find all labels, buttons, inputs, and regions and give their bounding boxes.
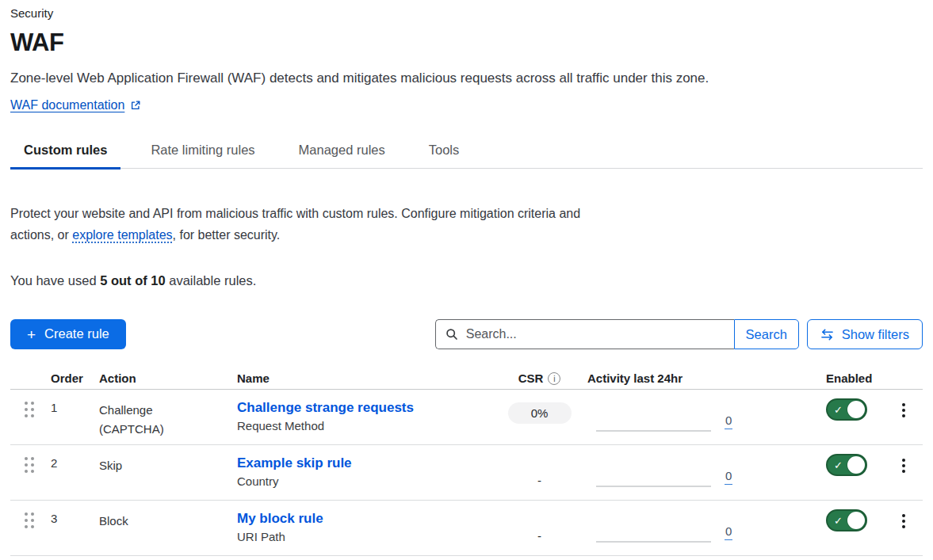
drag-handle-icon[interactable]: [25, 457, 34, 473]
table-row: 1 Challenge (CAPTCHA) Challenge strange …: [10, 390, 923, 445]
search-button[interactable]: Search: [734, 319, 799, 349]
tab-rate-limiting-rules[interactable]: Rate limiting rules: [137, 143, 268, 168]
header-name: Name: [237, 371, 491, 385]
toggle-knob: [847, 401, 865, 418]
breadcrumb-security: Security: [10, 6, 923, 21]
explore-templates-link[interactable]: explore templates: [72, 228, 172, 242]
activity-sparkline: [596, 513, 711, 543]
tab-tools[interactable]: Tools: [415, 143, 473, 168]
tab-bar: Custom rules Rate limiting rules Managed…: [10, 143, 923, 169]
table-row: 2 Skip Example skip rule Country - 0 ✓: [10, 445, 923, 501]
rule-action: Challenge (CAPTCHA): [99, 390, 194, 439]
header-enabled: Enabled: [801, 371, 884, 385]
usage-line: You have used 5 out of 10 available rule…: [10, 272, 923, 289]
csr-value: -: [537, 456, 541, 487]
external-link-icon: [130, 100, 141, 111]
header-csr-label: CSR: [518, 371, 544, 385]
enabled-toggle[interactable]: ✓: [826, 509, 867, 531]
tab-managed-rules[interactable]: Managed rules: [285, 143, 399, 168]
rule-order: 2: [51, 445, 99, 470]
check-icon: ✓: [834, 460, 843, 470]
activity-count-link[interactable]: 0: [725, 524, 732, 540]
drag-handle-icon[interactable]: [25, 512, 34, 528]
show-filters-button[interactable]: Show filters: [807, 319, 923, 349]
rule-match-field: Request Method: [237, 419, 491, 432]
page-title: WAF: [10, 29, 923, 57]
doc-link-row: WAF documentation: [10, 97, 923, 113]
usage-count: 5 out of 10: [100, 273, 166, 288]
rule-action: Block: [99, 501, 194, 531]
kebab-menu-icon[interactable]: [900, 512, 907, 530]
plus-icon: +: [27, 327, 36, 342]
csr-value: -: [537, 512, 541, 543]
rule-name-link[interactable]: Challenge strange requests: [237, 398, 414, 417]
waf-documentation-link[interactable]: WAF documentation: [10, 97, 124, 113]
header-csr: CSR i: [491, 371, 587, 385]
rule-match-field: URI Path: [237, 530, 491, 543]
activity-sparkline: [596, 402, 711, 432]
header-order: Order: [51, 371, 99, 385]
filter-arrows-icon: [820, 329, 834, 341]
rule-name-link[interactable]: Example skip rule: [237, 454, 352, 472]
header-action: Action: [99, 371, 237, 385]
kebab-menu-icon[interactable]: [900, 402, 907, 419]
toggle-knob: [847, 456, 865, 474]
rules-table: Order Action Name CSR i Activity last 24…: [10, 371, 923, 556]
search-group: Search: [435, 319, 799, 349]
info-icon[interactable]: i: [548, 372, 560, 385]
tab-custom-rules[interactable]: Custom rules: [10, 143, 120, 168]
search-icon: [445, 328, 458, 341]
intro-paragraph: Protect your website and API from malici…: [10, 203, 601, 246]
activity-count-link[interactable]: 0: [725, 413, 732, 429]
check-icon: ✓: [834, 516, 843, 526]
csr-value: 0%: [508, 402, 572, 424]
search-wrap: [435, 319, 734, 349]
page-description: Zone-level Web Application Firewall (WAF…: [10, 69, 923, 87]
enabled-toggle[interactable]: ✓: [826, 454, 867, 476]
rule-match-field: Country: [237, 474, 491, 488]
kebab-menu-icon[interactable]: [900, 457, 907, 474]
drag-handle-icon[interactable]: [25, 402, 34, 417]
enabled-toggle[interactable]: ✓: [826, 398, 867, 421]
toolbar-right: Search Show filters: [435, 319, 923, 349]
rule-order: 1: [51, 390, 99, 414]
table-row: 3 Block My block rule URI Path - 0 ✓: [10, 501, 923, 556]
toggle-knob: [847, 512, 865, 529]
activity-sparkline: [596, 458, 711, 487]
create-rule-label: Create rule: [44, 326, 109, 341]
table-header: Order Action Name CSR i Activity last 24…: [10, 371, 923, 390]
waf-page: Security WAF Zone-level Web Application …: [0, 0, 933, 556]
rule-order: 3: [51, 501, 99, 525]
rule-name-link[interactable]: My block rule: [237, 509, 323, 528]
check-icon: ✓: [834, 405, 843, 415]
usage-prefix: You have used: [10, 273, 100, 288]
search-input[interactable]: [435, 319, 734, 349]
intro-text-after: , for better security.: [173, 228, 281, 242]
rule-action: Skip: [99, 445, 194, 475]
show-filters-label: Show filters: [842, 327, 909, 342]
table-body: 1 Challenge (CAPTCHA) Challenge strange …: [10, 390, 923, 556]
header-activity: Activity last 24hr: [587, 371, 801, 385]
activity-count-link[interactable]: 0: [725, 468, 732, 485]
create-rule-button[interactable]: + Create rule: [10, 319, 126, 349]
usage-suffix: available rules.: [166, 273, 257, 288]
toolbar: + Create rule Search: [10, 319, 923, 349]
